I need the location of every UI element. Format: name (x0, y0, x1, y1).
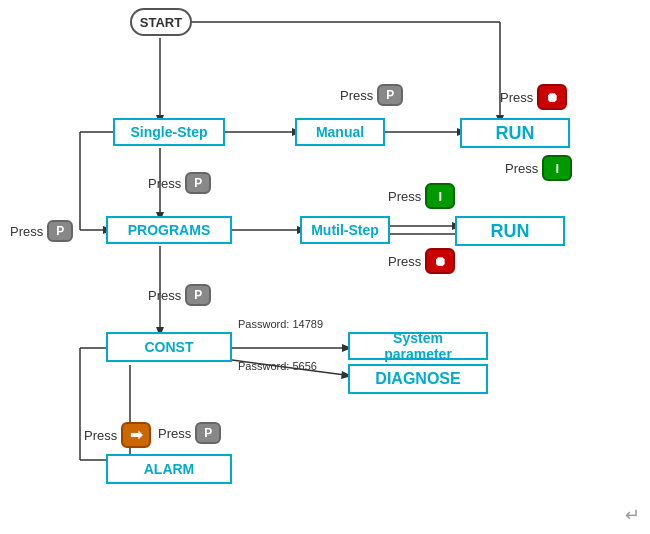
press-i-mid: Press I (388, 183, 455, 209)
press-p-const: Press P (148, 284, 211, 306)
press-p-programs: Press P (148, 172, 211, 194)
press-p-top: Press P (340, 84, 403, 106)
diagram: START Single-Step Manual RUN PROGRAMS Mu… (0, 0, 650, 534)
const-node: CONST (106, 332, 232, 362)
p-button-const[interactable]: P (185, 284, 211, 306)
mutil-step-node: Mutil-Step (300, 216, 390, 244)
stop-button-mid[interactable]: ⏺ (425, 248, 455, 274)
p-button-programs[interactable]: P (185, 172, 211, 194)
press-stop-top: Press ⏺ (500, 84, 567, 110)
p-button-top[interactable]: P (377, 84, 403, 106)
programs-node: PROGRAMS (106, 216, 232, 244)
password-2: Password: 5656 (238, 360, 317, 372)
manual-node: Manual (295, 118, 385, 146)
diagnose-node: DIAGNOSE (348, 364, 488, 394)
press-stop-mid: Press ⏺ (388, 248, 455, 274)
alarm-node: ALARM (106, 454, 232, 484)
sys-param-node: System parameter (348, 332, 488, 360)
start-node: START (130, 8, 192, 36)
i-button-top[interactable]: I (542, 155, 572, 181)
stop-button-top[interactable]: ⏺ (537, 84, 567, 110)
single-step-node: Single-Step (113, 118, 225, 146)
press-arrow-alarm: Press ➡ (84, 422, 151, 448)
p-button-left[interactable]: P (47, 220, 73, 242)
p-button-alarm[interactable]: P (195, 422, 221, 444)
password-1: Password: 14789 (238, 318, 323, 330)
i-button-mid[interactable]: I (425, 183, 455, 209)
run-mid-node: RUN (455, 216, 565, 246)
corner-arrow: ↵ (625, 504, 640, 526)
press-i-top: Press I (505, 155, 572, 181)
run-top-node: RUN (460, 118, 570, 148)
press-p-alarm: Press P (158, 422, 221, 444)
arrow-button-alarm[interactable]: ➡ (121, 422, 151, 448)
press-p-left: Press P (10, 220, 73, 242)
